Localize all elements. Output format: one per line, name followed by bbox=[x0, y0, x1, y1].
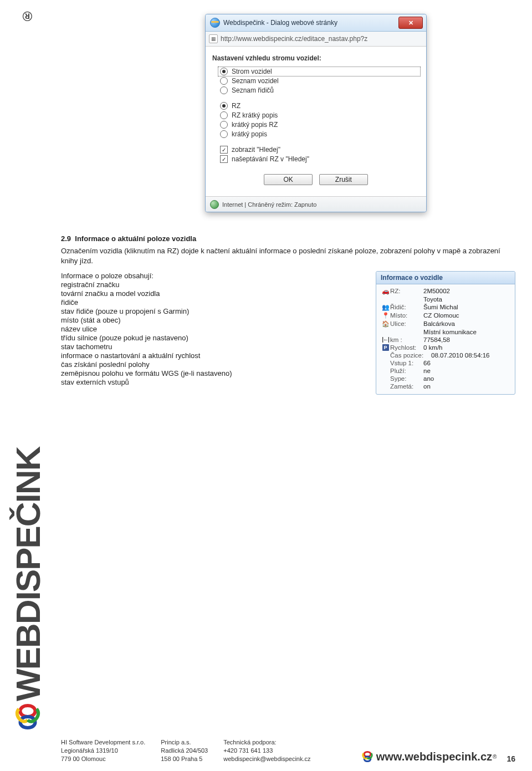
users-icon bbox=[381, 304, 390, 311]
park-icon: P bbox=[382, 344, 389, 351]
internet-zone-icon bbox=[210, 200, 219, 209]
radio-icon bbox=[220, 77, 228, 85]
brand-register-mark: ® bbox=[20, 9, 35, 24]
radio-group-view: Strom vozidel Seznam vozidel Seznam řidi… bbox=[220, 68, 420, 94]
radio-label: RZ krátký popis bbox=[232, 111, 278, 119]
settings-dialog: Webdispečink - Dialog webové stránky ✕ ▦… bbox=[205, 14, 427, 212]
radio-label: Strom vozidel bbox=[232, 68, 272, 75]
card-value: on bbox=[423, 383, 431, 390]
card-label: Sype: bbox=[390, 375, 423, 382]
list-item: tovární značku a model vozidla bbox=[61, 289, 365, 298]
radio-rz[interactable]: RZ bbox=[220, 102, 420, 110]
dialog-url: http://www.webdispecink.cz/editace_nasta… bbox=[221, 35, 367, 43]
radio-label: krátký popis bbox=[232, 130, 267, 138]
km-icon: |←| bbox=[382, 336, 389, 343]
radio-seznam-vozidel[interactable]: Seznam vozidel bbox=[220, 77, 420, 85]
dialog-title: Webdispečink - Dialog webové stránky bbox=[223, 19, 398, 27]
section-heading: 2.9 Informace o aktuální poloze vozidla bbox=[61, 234, 515, 243]
radio-icon bbox=[220, 68, 228, 75]
radio-label: Seznam řidičů bbox=[232, 86, 274, 94]
radio-kratky-popis[interactable]: krátký popis bbox=[220, 130, 420, 138]
card-value: Balcárkova bbox=[423, 320, 455, 327]
list-item: stav externích vstupů bbox=[61, 378, 365, 386]
card-label: km : bbox=[390, 336, 423, 343]
ok-button[interactable]: OK bbox=[264, 174, 313, 185]
brand-vertical-text: WEBDISPEČINK bbox=[8, 24, 48, 701]
dialog-url-bar: ▦ http://www.webdispecink.cz/editace_nas… bbox=[206, 32, 426, 47]
list-item: název ulice bbox=[61, 325, 365, 333]
card-value: 0 km/h bbox=[423, 344, 443, 351]
card-value: ne bbox=[423, 367, 431, 374]
check-label: našeptávání RZ v "Hledej" bbox=[232, 155, 309, 163]
card-title: Informace o vozidle bbox=[376, 272, 515, 284]
list-item: třídu silnice (pouze pokud je nastaveno) bbox=[61, 334, 365, 342]
dialog-statusbar: Internet | Chráněný režim: Zapnuto bbox=[206, 196, 426, 212]
card-value: 2M50002 bbox=[423, 288, 450, 294]
radio-label: Seznam vozidel bbox=[232, 77, 279, 85]
card-value: 77584,58 bbox=[423, 336, 450, 343]
card-label: Pluží: bbox=[390, 367, 423, 374]
checkbox-group: ✓ zobrazit "Hledej" ✓ našeptávání RZ v "… bbox=[220, 146, 420, 163]
check-naseptavani-rz[interactable]: ✓ našeptávání RZ v "Hledej" bbox=[220, 155, 420, 163]
list-item: stav tachometru bbox=[61, 343, 365, 351]
footer-domain: www.webdispecink.cz bbox=[376, 750, 492, 763]
card-label: Řidič: bbox=[390, 304, 423, 310]
radio-rz-kratky-popis[interactable]: RZ krátký popis bbox=[220, 111, 420, 119]
card-value: Místní komunikace bbox=[423, 329, 477, 335]
list-item: čas získání poslední polohy bbox=[61, 360, 365, 369]
card-label: Ulice: bbox=[390, 320, 423, 327]
close-button[interactable]: ✕ bbox=[398, 17, 423, 29]
radio-kratky-popis-rz[interactable]: krátký popis RZ bbox=[220, 121, 420, 129]
car-icon bbox=[381, 288, 390, 295]
footer-col-3: Technická podpora: +420 731 641 133 webd… bbox=[223, 738, 310, 763]
card-label: Vstup 1: bbox=[390, 360, 423, 366]
dialog-titlebar: Webdispečink - Dialog webové stránky ✕ bbox=[206, 14, 426, 32]
page-footer: HI Software Development s.r.o. Legionářs… bbox=[61, 738, 515, 763]
info-list: Informace o poloze obsahují: registrační… bbox=[61, 271, 365, 387]
radio-group-rz: RZ RZ krátký popis krátký popis RZ krátk… bbox=[220, 102, 420, 138]
card-label: RZ: bbox=[390, 288, 423, 294]
card-label: Místo: bbox=[390, 312, 423, 319]
footer-brand: www.webdispecink.cz ® bbox=[361, 750, 497, 763]
card-label: Rychlost: bbox=[390, 344, 423, 351]
status-text: Internet | Chráněný režim: Zapnuto bbox=[222, 201, 316, 208]
card-value: CZ Olomouc bbox=[423, 312, 459, 319]
footer-col-1: HI Software Development s.r.o. Legionářs… bbox=[61, 738, 145, 763]
radio-icon bbox=[220, 121, 228, 129]
footer-register-mark: ® bbox=[493, 754, 497, 760]
list-item: informace o nastartování a aktuální rych… bbox=[61, 351, 365, 360]
radio-icon bbox=[220, 130, 228, 138]
card-label: Zametá: bbox=[390, 383, 423, 390]
radio-label: RZ bbox=[232, 102, 241, 110]
check-zobrazit-hledej[interactable]: ✓ zobrazit "Hledej" bbox=[220, 146, 420, 154]
list-item: stav řidiče (pouze u propojení s Garmin) bbox=[61, 307, 365, 315]
list-item: registrační značku bbox=[61, 280, 365, 289]
sidebar-brand: ® WEBDISPEČINK bbox=[8, 6, 47, 749]
check-label: zobrazit "Hledej" bbox=[232, 146, 280, 154]
radio-strom-vozidel[interactable]: Strom vozidel bbox=[219, 68, 420, 75]
section-paragraph: Označením vozidla (kliknutím na RZ) dojd… bbox=[61, 246, 515, 265]
radio-icon bbox=[220, 111, 228, 119]
radio-icon bbox=[220, 102, 228, 110]
ie-icon bbox=[210, 18, 220, 28]
card-value: 66 bbox=[423, 360, 431, 366]
brand-knot-icon bbox=[12, 701, 43, 732]
cancel-button[interactable]: Zrušit bbox=[319, 174, 368, 185]
vehicle-info-card: Informace o vozidle RZ:2M50002 Toyota Ři… bbox=[376, 271, 515, 395]
card-value: Šumi Michal bbox=[423, 304, 458, 310]
brand-knot-icon bbox=[361, 750, 374, 763]
list-item: zeměpisnou polohu ve formátu WGS (je-li … bbox=[61, 369, 365, 377]
list-intro: Informace o poloze obsahují: bbox=[61, 272, 365, 280]
radio-seznam-ridicu[interactable]: Seznam řidičů bbox=[220, 86, 420, 94]
dialog-section-title: Nastavení vzhledu stromu vozidel: bbox=[212, 54, 420, 62]
radio-label: krátký popis RZ bbox=[232, 121, 278, 129]
home-icon bbox=[381, 320, 390, 328]
page-icon: ▦ bbox=[209, 34, 218, 43]
card-value: 08.07.2010 08:54:16 bbox=[431, 352, 490, 359]
list-item: řidiče bbox=[61, 298, 365, 307]
check-icon: ✓ bbox=[220, 155, 228, 163]
pin-icon bbox=[381, 312, 390, 319]
check-icon: ✓ bbox=[220, 146, 228, 154]
radio-icon bbox=[220, 86, 228, 94]
list-item: místo (stát a obec) bbox=[61, 316, 365, 324]
